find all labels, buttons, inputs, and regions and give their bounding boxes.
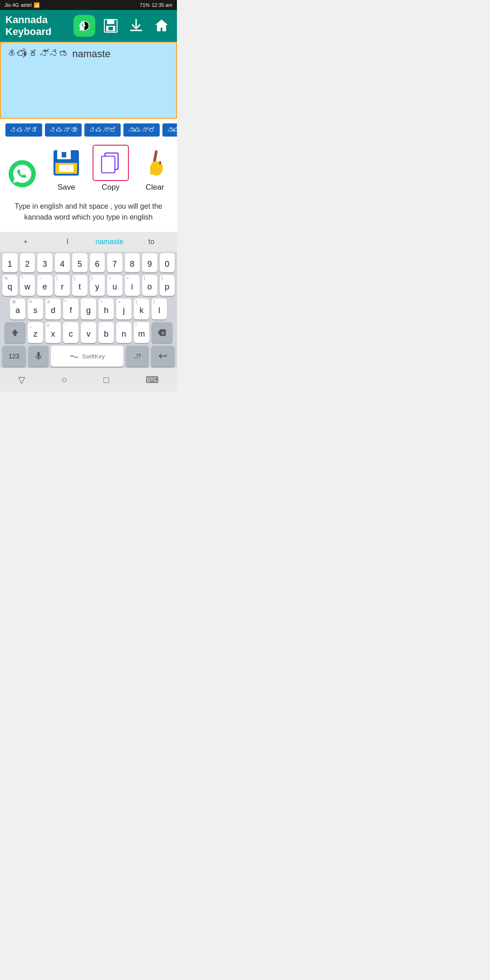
svg-rect-4 [108, 27, 113, 30]
suggestion-chip-2[interactable]: ನಮಸ್ಟೆ [84, 123, 121, 137]
key-b[interactable]: :b [98, 322, 114, 343]
signal-label: 📶 [34, 2, 40, 8]
enter-key[interactable] [151, 346, 175, 367]
key-u[interactable]: <u [107, 275, 122, 296]
kb-suggest-i[interactable]: I [47, 238, 89, 246]
text-area-container[interactable]: ಹಲೋ ಕನ್ನಡ namaste [0, 42, 177, 119]
key-3[interactable]: 3 [37, 253, 53, 272]
key-5[interactable]: 5 [72, 253, 88, 272]
backspace-key[interactable] [152, 322, 172, 343]
key-j[interactable]: =j [116, 299, 132, 319]
text-content: ಹಲೋ ಕನ್ನಡ namaste [6, 48, 171, 60]
keyboard-container: + I namaste to 1 2 3 4 5 6 7 8 9 0 %q ^w… [0, 232, 177, 368]
suggestion-bar: ನಮಸ್ತೆ ನಮಸ್ತೇ ನಮಸ್ಟೆ ನಾಮಸ್ಟೆ ನಾಮಸ್ತೇ [0, 119, 177, 141]
key-0[interactable]: 0 [160, 253, 175, 272]
key-4[interactable]: 4 [55, 253, 70, 272]
app-header: KannadaKeyboard [0, 10, 177, 42]
key-v[interactable]: 'v [81, 322, 96, 343]
asdf-row: @a #s &d *f -g +h =j (k )l [0, 297, 177, 321]
whatsapp-action-icon[interactable] [4, 156, 40, 192]
svg-rect-16 [159, 161, 161, 165]
svg-rect-10 [62, 152, 66, 157]
key-m[interactable]: /m [134, 322, 149, 343]
key-7[interactable]: 7 [107, 253, 122, 272]
space-key[interactable]: SwiftKey [51, 346, 123, 367]
carrier1-label: Jio 4G [5, 2, 19, 8]
qwerty-row: %q ^w ~e |r [t ]y <u >i {o }p [0, 274, 177, 297]
copy-label: Copy [102, 183, 120, 192]
key-2[interactable]: 2 [20, 253, 35, 272]
key-1[interactable]: 1 [2, 253, 18, 272]
copy-action[interactable]: Copy [88, 145, 133, 192]
kb-suggest-namaste[interactable]: namaste [88, 238, 131, 246]
home-header-icon[interactable] [152, 16, 172, 36]
kb-suggest-to[interactable]: to [131, 238, 173, 246]
nav-home[interactable]: ○ [62, 375, 67, 385]
download-header-icon[interactable] [126, 16, 146, 36]
key-h[interactable]: +h [98, 299, 114, 319]
svg-rect-2 [107, 20, 114, 24]
nav-bar: ▽ ○ □ ⌨ [0, 368, 177, 392]
svg-rect-9 [59, 165, 74, 172]
keyboard-suggestions: + I namaste to [0, 232, 177, 252]
key-t[interactable]: [t [72, 275, 88, 296]
key-f[interactable]: *f [63, 299, 78, 319]
nav-back[interactable]: ▽ [18, 374, 25, 385]
time-label: 12:35 am [152, 2, 172, 8]
svg-rect-13 [102, 157, 114, 172]
key-g[interactable]: -g [81, 299, 96, 319]
status-right: 71% 12:35 am [140, 2, 172, 8]
copy-icon-wrap[interactable] [93, 145, 129, 181]
save-label: Save [58, 183, 75, 192]
key-k[interactable]: (k [134, 299, 149, 319]
suggestion-chip-4[interactable]: ನಾಮಸ್ತೇ [162, 123, 177, 137]
nav-recent[interactable]: □ [103, 375, 109, 385]
save-action[interactable]: Save [44, 145, 89, 192]
key-c[interactable]: "c [63, 322, 78, 343]
period-key[interactable]: .,!? [126, 346, 149, 367]
key-o[interactable]: {o [142, 275, 157, 296]
clear-label: Clear [146, 183, 164, 192]
save-header-icon[interactable] [101, 16, 121, 36]
key-i[interactable]: >i [125, 275, 140, 296]
key-p[interactable]: }p [160, 275, 175, 296]
status-bar: Jio 4G airtel 📶 71% 12:35 am [0, 0, 177, 10]
key-y[interactable]: ]y [90, 275, 105, 296]
num-toggle-key[interactable]: 123 [2, 346, 26, 367]
zxcv-row: _z £x "c 'v :b ;n /m [0, 321, 177, 344]
app-title: KannadaKeyboard [5, 14, 68, 38]
clear-action[interactable]: Clear [133, 145, 177, 192]
num-toggle-label: 123 [9, 353, 19, 360]
suggestion-chip-1[interactable]: ನಮಸ್ತೇ [45, 123, 82, 137]
key-w[interactable]: ^w [20, 275, 35, 296]
key-x[interactable]: £x [45, 322, 61, 343]
suggestion-chip-3[interactable]: ನಾಮಸ್ಟೆ [123, 123, 160, 137]
clear-icon-wrap[interactable] [137, 145, 173, 181]
hint-text: Type in english and hit space , you will… [0, 192, 177, 232]
nav-keyboard[interactable]: ⌨ [146, 374, 159, 385]
mic-key[interactable] [28, 346, 49, 367]
key-r[interactable]: |r [55, 275, 70, 296]
save-icon-wrap[interactable] [48, 145, 84, 181]
key-8[interactable]: 8 [125, 253, 140, 272]
carrier2-label: airtel [21, 2, 32, 8]
swiftkey-label: SwiftKey [69, 353, 105, 360]
whatsapp-header-icon[interactable] [74, 15, 95, 37]
status-left: Jio 4G airtel 📶 [5, 2, 40, 8]
suggestion-chip-0[interactable]: ನಮಸ್ತೆ [5, 123, 42, 137]
whatsapp-action[interactable] [0, 156, 44, 192]
key-s[interactable]: #s [28, 299, 43, 319]
key-d[interactable]: &d [45, 299, 61, 319]
key-l[interactable]: )l [152, 299, 167, 319]
key-e[interactable]: ~e [37, 275, 53, 296]
kb-suggest-plus[interactable]: + [5, 238, 47, 246]
shift-key[interactable] [5, 322, 25, 343]
battery-label: 71% [140, 2, 150, 8]
key-q[interactable]: %q [2, 275, 18, 296]
key-a[interactable]: @a [10, 299, 25, 319]
key-n[interactable]: ;n [116, 322, 132, 343]
key-9[interactable]: 9 [142, 253, 157, 272]
key-z[interactable]: _z [28, 322, 43, 343]
key-6[interactable]: 6 [90, 253, 105, 272]
action-row: Save Copy Clear [0, 141, 177, 192]
